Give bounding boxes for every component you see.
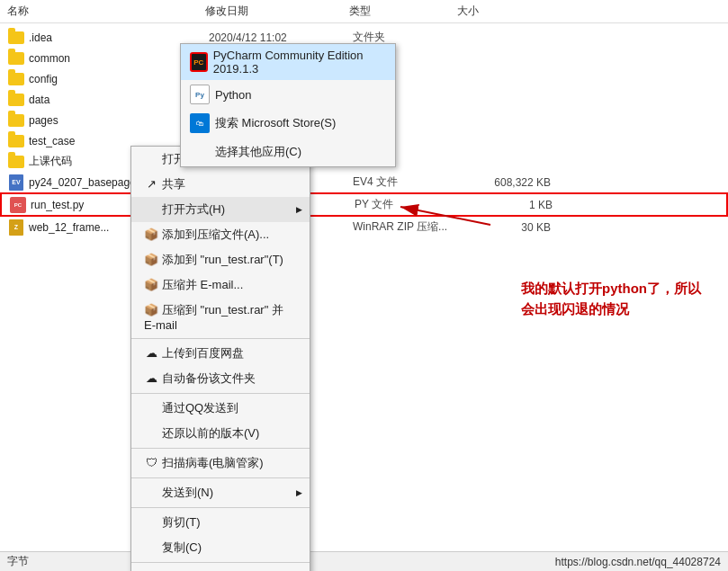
- ctx-item-icon: ☁: [144, 346, 158, 360]
- header-type: 类型: [349, 4, 457, 19]
- folder-icon: [7, 72, 25, 86]
- submenu-item-label: 搜索 Microsoft Store(S): [215, 115, 336, 131]
- file-name: .idea: [29, 31, 209, 44]
- submenu-item-label: PyCharm Community Edition 2019.1.3: [213, 49, 386, 76]
- ctx-item-icon: ↗: [144, 177, 158, 191]
- status-right: https://blog.csdn.net/qq_44028724: [555, 556, 721, 568]
- submenu-item[interactable]: 🛍搜索 Microsoft Store(S): [181, 109, 395, 138]
- context-menu-item[interactable]: 📦压缩并 E-mail...: [131, 272, 310, 298]
- context-menu: 打开(O)↗共享打开方式(H)📦添加到压缩文件(A)...📦添加到 "run_t…: [130, 146, 310, 571]
- ctx-item-icon: ☁: [144, 371, 158, 385]
- file-size: 30 KB: [461, 221, 551, 234]
- submenu-item-label: Python: [215, 88, 251, 102]
- folder-icon: [7, 51, 25, 66]
- context-menu-item[interactable]: 🛡扫描病毒(电脑管家): [131, 451, 310, 476]
- pc-icon: PC: [9, 198, 27, 212]
- pycharm-icon: PC: [190, 52, 208, 72]
- folder-icon: [7, 155, 25, 169]
- store-icon: 🛍: [190, 113, 210, 133]
- file-explorer: 名称 修改日期 类型 大小 .idea 2020/4/12 11:02 文件夹 …: [0, 0, 728, 571]
- zip-icon: Z: [7, 220, 25, 235]
- ctx-divider: [131, 562, 310, 563]
- context-menu-item[interactable]: ↗共享: [131, 172, 310, 197]
- context-menu-item[interactable]: 打开方式(H): [131, 197, 310, 222]
- ctx-divider: [131, 393, 310, 394]
- ctx-item-icon: 📦: [144, 228, 158, 241]
- submenu-item[interactable]: 选择其他应用(C): [181, 138, 395, 166]
- context-menu-item[interactable]: 还原以前的版本(V): [131, 421, 310, 446]
- file-list-header: 名称 修改日期 类型 大小: [0, 0, 728, 23]
- python-icon: Py: [190, 85, 210, 104]
- submenu-item-label: 选择其他应用(C): [215, 144, 301, 160]
- annotation-text: 我的默认打开python了，所以会出现闪退的情况: [521, 279, 701, 319]
- context-menu-item[interactable]: 通过QQ发送到: [131, 396, 310, 421]
- status-left: 字节: [7, 554, 29, 569]
- list-item[interactable]: EV py24_0207_basepage.ev4 2020/4/12 10:2…: [0, 172, 728, 192]
- header-size: 大小: [457, 4, 547, 19]
- open-with-submenu: PCPyCharm Community Edition 2019.1.3PyPy…: [180, 43, 396, 167]
- folder-icon: [7, 31, 25, 45]
- ctx-item-icon: 📦: [144, 303, 158, 317]
- context-menu-item[interactable]: ☁自动备份该文件夹: [131, 366, 310, 391]
- header-date: 修改日期: [205, 4, 349, 19]
- context-menu-item[interactable]: 📦添加到压缩文件(A)...: [131, 222, 310, 247]
- ev4-icon: EV: [7, 175, 25, 190]
- list-item[interactable]: PC run_test.py 2020/1/20 20:08 PY 文件 1 K…: [0, 192, 728, 217]
- ctx-divider: [131, 338, 310, 339]
- context-menu-item[interactable]: 📦添加到 "run_test.rar"(T): [131, 247, 310, 272]
- folder-icon: [7, 134, 25, 148]
- file-size: 608,322 KB: [461, 176, 551, 189]
- file-type: EV4 文件: [353, 174, 461, 190]
- list-item[interactable]: Z web_12_frame... WinRAR ZIP 压缩... 30 KB: [0, 217, 728, 237]
- context-menu-item[interactable]: 复制(C): [131, 535, 310, 560]
- submenu-item[interactable]: PCPyCharm Community Edition 2019.1.3: [181, 44, 395, 80]
- file-size: 1 KB: [463, 199, 553, 211]
- context-menu-item[interactable]: 剪切(T): [131, 510, 310, 535]
- generic-icon: [190, 142, 210, 162]
- submenu-item[interactable]: PyPython: [181, 80, 395, 109]
- ctx-divider: [131, 477, 310, 478]
- folder-icon: [7, 93, 25, 107]
- context-menu-item[interactable]: 📦压缩到 "run_test.rar" 并 E-mail: [131, 298, 310, 336]
- context-menu-item[interactable]: ☁上传到百度网盘: [131, 341, 310, 366]
- ctx-divider: [131, 448, 310, 449]
- context-menu-item[interactable]: 发送到(N): [131, 480, 310, 505]
- ctx-item-icon: 📦: [144, 278, 158, 291]
- ctx-item-icon: 📦: [144, 253, 158, 266]
- ctx-item-icon: 🛡: [144, 456, 158, 469]
- file-type: WinRAR ZIP 压缩...: [353, 219, 461, 235]
- folder-icon: [7, 113, 25, 128]
- context-menu-item[interactable]: 创建快捷方式(S): [131, 565, 310, 571]
- file-type: PY 文件: [355, 197, 463, 212]
- header-name: 名称: [7, 4, 205, 19]
- file-date: 2020/4/12 11:02: [209, 31, 353, 44]
- status-bar: 字节 https://blog.csdn.net/qq_44028724: [0, 551, 728, 571]
- ctx-divider: [131, 507, 310, 508]
